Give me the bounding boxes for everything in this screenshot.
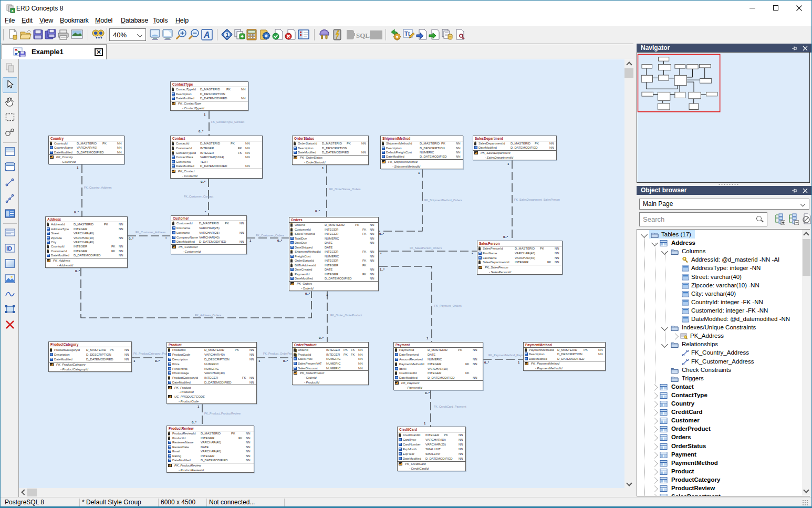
- svg-text:1: 1: [197, 405, 200, 408]
- svg-text:FK_Customer_Contact: FK_Customer_Contact: [184, 195, 213, 198]
- svg-text:A: A: [203, 30, 210, 39]
- svg-text:Tt: Tt: [404, 30, 410, 37]
- svg-text:0..*: 0..*: [74, 211, 79, 214]
- svg-text:1: 1: [258, 359, 261, 362]
- svg-text:1..*: 1..*: [380, 268, 385, 271]
- svg-text:0..*: 0..*: [192, 421, 197, 424]
- svg-text:FK_SalesPerson_Orders: FK_SalesPerson_Orders: [410, 246, 442, 250]
- svg-text:1: 1: [424, 422, 426, 425]
- svg-text:0..*: 0..*: [277, 239, 283, 242]
- svg-text:FK_Customer_Orders: FK_Customer_Orders: [256, 234, 284, 237]
- svg-text:0..*: 0..*: [283, 359, 288, 362]
- svg-text:1: 1: [418, 171, 420, 174]
- svg-text:FK_Address_Orders: FK_Address_Orders: [195, 314, 221, 317]
- svg-text:0..*: 0..*: [503, 235, 508, 239]
- svg-text:1: 1: [518, 361, 520, 364]
- svg-text:FK_OrderStatus_Orders: FK_OrderStatus_Orders: [329, 188, 361, 191]
- svg-text:FK_ContactType_Contact: FK_ContactType_Contact: [211, 120, 244, 123]
- svg-text:ID: ID: [6, 245, 12, 252]
- svg-text:1: 1: [249, 239, 252, 242]
- svg-text:1: 1: [426, 337, 429, 340]
- svg-text:0..*: 0..*: [425, 391, 430, 395]
- svg-text:1: 1: [226, 32, 229, 38]
- svg-text:FK_ShipmentMethod_Orders: FK_ShipmentMethod_Orders: [424, 199, 462, 202]
- svg-text:FK_PaymentMethod_Payment: FK_PaymentMethod_Payment: [488, 354, 528, 357]
- svg-text:FK_Order_OrderProduct: FK_Order_OrderProduct: [330, 314, 362, 317]
- svg-text:1: 1: [326, 293, 328, 296]
- svg-text:*: *: [472, 252, 473, 255]
- svg-text:1: 1: [322, 167, 324, 170]
- svg-text:0..*: 0..*: [155, 359, 160, 362]
- svg-text:0..*: 0..*: [379, 232, 384, 235]
- svg-text:1: 1: [507, 162, 509, 165]
- svg-text:FK_SalesDepartment_SalesPerson: FK_SalesDepartment_SalesPerson: [514, 198, 560, 201]
- svg-text:*: *: [165, 237, 167, 240]
- svg-text:0..*: 0..*: [201, 180, 206, 183]
- svg-text:FK_Payment_Orders: FK_Payment_Orders: [434, 304, 462, 307]
- svg-text:0..*: 0..*: [484, 361, 490, 364]
- svg-text:*: *: [205, 211, 206, 214]
- svg-text:FK_CreditCard_Payment: FK_CreditCard_Payment: [434, 405, 466, 408]
- svg-text:FK_Product_ProductReview: FK_Product_ProductReview: [204, 412, 241, 415]
- svg-text:1: 1: [133, 359, 136, 362]
- svg-text:0..*: 0..*: [319, 336, 324, 339]
- svg-text:0..*: 0..*: [129, 237, 134, 240]
- svg-text:FK_Customer_Address: FK_Customer_Address: [136, 231, 165, 234]
- svg-text:0..*: 0..*: [199, 130, 204, 133]
- svg-text:*: *: [380, 252, 382, 255]
- svg-text:0..*: 0..*: [305, 292, 310, 295]
- svg-text:0..*: 0..*: [75, 269, 80, 273]
- svg-text:1: 1: [204, 113, 206, 116]
- svg-text:1: 1: [77, 166, 79, 169]
- svg-text:FK_Country_Address: FK_Country_Address: [84, 186, 112, 189]
- svg-text:0..*: 0..*: [315, 210, 320, 213]
